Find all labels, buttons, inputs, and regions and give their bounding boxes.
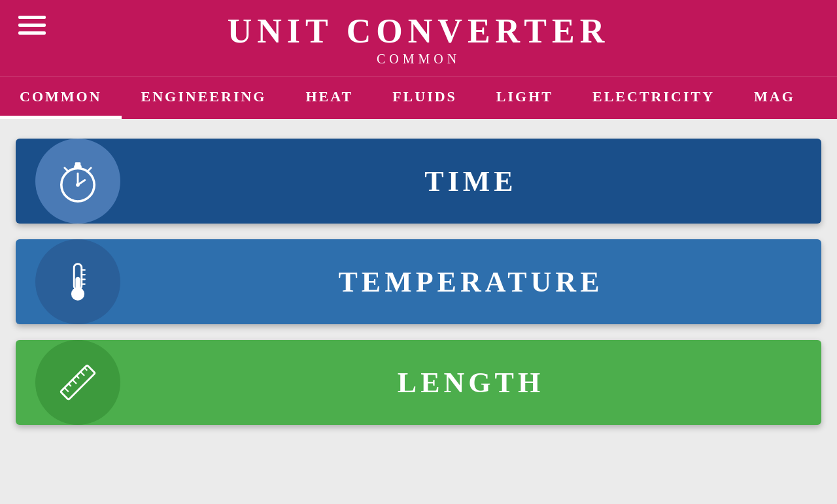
- main-content: TIME TEMPERATURE: [0, 119, 837, 504]
- time-card[interactable]: TIME: [16, 139, 821, 224]
- thermometer-icon: [54, 258, 101, 305]
- tab-common[interactable]: COMMON: [0, 76, 122, 119]
- tab-heat[interactable]: HEAT: [286, 76, 373, 119]
- temperature-icon-circle: [35, 239, 120, 324]
- svg-line-20: [80, 372, 84, 376]
- temperature-card[interactable]: TEMPERATURE: [16, 239, 821, 324]
- svg-rect-15: [61, 365, 95, 400]
- hamburger-menu-button[interactable]: [18, 16, 46, 35]
- svg-rect-4: [75, 162, 81, 166]
- tab-electricity[interactable]: ELECTRICITY: [573, 76, 734, 119]
- length-card[interactable]: LENGTH: [16, 340, 821, 425]
- svg-line-17: [69, 384, 71, 386]
- svg-point-10: [71, 288, 84, 301]
- svg-point-5: [76, 183, 80, 187]
- app-header: UNIT CONVERTER COMMON: [0, 0, 837, 76]
- svg-line-6: [65, 168, 69, 172]
- svg-line-18: [73, 380, 77, 384]
- ruler-icon: [54, 359, 101, 406]
- svg-line-7: [87, 168, 91, 172]
- svg-line-16: [65, 388, 69, 392]
- temperature-label: TEMPERATURE: [120, 265, 821, 299]
- time-icon-circle: [35, 139, 120, 224]
- tab-light[interactable]: LIGHT: [477, 76, 573, 119]
- tab-engineering[interactable]: ENGINEERING: [122, 76, 286, 119]
- category-nav: COMMON ENGINEERING HEAT FLUIDS LIGHT ELE…: [0, 76, 837, 119]
- svg-line-19: [77, 376, 79, 378]
- length-icon-circle: [35, 340, 120, 425]
- app-subtitle: COMMON: [377, 52, 460, 67]
- tab-fluids[interactable]: FLUIDS: [373, 76, 477, 119]
- tab-mag[interactable]: MAG: [734, 76, 815, 119]
- length-label: LENGTH: [120, 366, 821, 399]
- stopwatch-icon: [54, 158, 101, 205]
- app-title: UNIT CONVERTER: [228, 12, 610, 50]
- svg-line-21: [84, 368, 87, 371]
- time-label: TIME: [120, 165, 821, 198]
